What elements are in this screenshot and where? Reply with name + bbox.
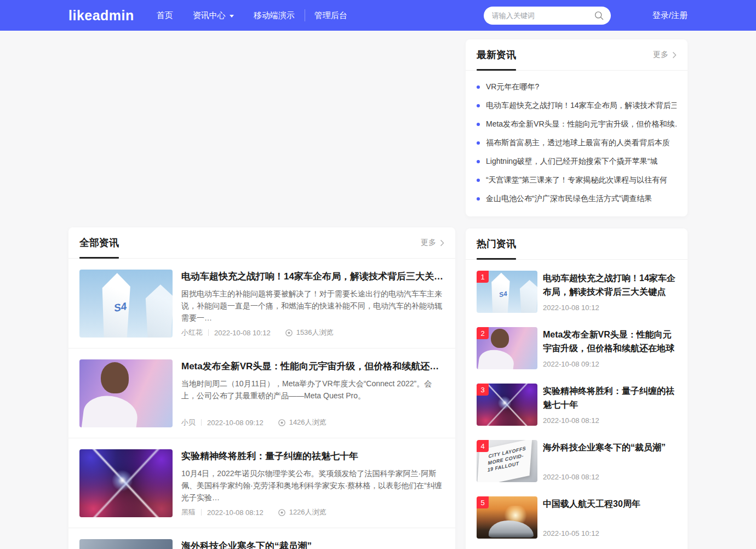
rank-badge: 3: [477, 384, 489, 396]
news-thumbnail[interactable]: 4 CITY LAYOFFS More COVID-19 fallout: [477, 440, 537, 482]
nav-item[interactable]: 移动端演示: [254, 0, 295, 31]
thumbnail-decor: [517, 280, 537, 313]
thumbnail-decor: [141, 284, 173, 338]
latest-news-item[interactable]: “天宫课堂”第三课来了！专家揭秘此次课程与以往有何: [477, 171, 677, 190]
latest-news-item[interactable]: Meta发布全新VR头显：性能向元宇宙升级，但价格和续…还: [477, 115, 677, 134]
search-icon[interactable]: [594, 11, 604, 20]
news-author: 黑猫: [181, 507, 196, 517]
chevron-right-icon: [440, 239, 444, 247]
bullet-dot-icon: [477, 160, 480, 163]
hot-news-title: 热门资讯: [477, 228, 516, 259]
news-views: 1536人浏览: [285, 328, 334, 338]
news-body: 中国载人航天工程30周年 2022-10-05 10:12: [543, 496, 677, 539]
thumbnail-decor: [81, 393, 139, 427]
news-title: Meta发布全新VR头显：性能向元宇宙升级，但价格和续航还在地球: [543, 328, 677, 355]
news-date: 2022-10-08 08:12: [543, 416, 677, 425]
news-thumbnail[interactable]: [79, 539, 173, 549]
latest-news-item[interactable]: Lightning破壁，人们已经开始搜索下个撬开苹果“城: [477, 152, 677, 171]
hot-news-list: 1 S4 电动车超快充之战打响！14家车企布局，解读技术背后三大关键点 2022…: [466, 260, 688, 549]
news-meta: 黑猫 2022-10-08 08:12 1226人浏览: [181, 507, 444, 517]
latest-news-header: 最新资讯 更多: [466, 39, 688, 71]
nav-item[interactable]: 首页: [157, 0, 173, 31]
news-thumbnail[interactable]: 1 S4: [477, 271, 537, 313]
news-title: 海外科技企业寒冬下的“裁员潮”: [543, 441, 677, 454]
news-date: 2022-10-08 08:12: [207, 508, 264, 517]
latest-news-text: Meta发布全新VR头显：性能向元宇宙升级，但价格和续…还: [486, 119, 677, 129]
thumbnail-caption: S4: [499, 290, 508, 299]
nav-item[interactable]: 资讯中心: [193, 0, 234, 31]
login-register-link[interactable]: 登录/注册: [652, 10, 688, 21]
news-thumbnail[interactable]: S4: [79, 270, 173, 338]
latest-news-card: 最新资讯 更多 VR元年在哪年? 电动车超快充之战打响！14家车企布局，解读技术…: [466, 39, 688, 216]
news-description: 当地时间周二（10月11日），Meta举办了VR年度大会“Connect 202…: [181, 378, 444, 414]
news-title: Meta发布全新VR头显：性能向元宇宙升级，但价格和续航还在地球: [181, 359, 444, 374]
thumbnail-caption: S4: [113, 300, 128, 314]
page-content: 全部资讯 更多 S4 电动车超快充之战打响！14家车企布局，: [68, 31, 688, 549]
nav-item-label: 移动端演示: [254, 10, 295, 21]
latest-news-more-link[interactable]: 更多: [653, 50, 677, 60]
views-count: 1226人浏览: [289, 507, 327, 517]
news-date: 2022-10-08 09:12: [543, 360, 677, 368]
nav-item[interactable]: 管理后台: [314, 0, 347, 31]
logo[interactable]: likeadmin: [68, 8, 134, 24]
latest-news-title: 最新资讯: [477, 39, 516, 70]
news-thumbnail[interactable]: [79, 449, 173, 517]
thumbnail-decor: [101, 362, 129, 393]
search-box: [484, 7, 611, 25]
hot-news-item[interactable]: 3 实验精神终将胜利：量子纠缠的祛魅七十年 2022-10-08 08:12: [477, 384, 677, 426]
latest-news-item[interactable]: 福布斯首富易主，透过地球上最富有的人类看背后本质: [477, 134, 677, 152]
news-body: 电动车超快充之战打响！14家车企布局，解读技术背后三大关键点 困扰电动车主的补能…: [181, 270, 444, 338]
news-meta: 小红花 2022-10-08 10:12 1536人浏览: [181, 328, 444, 338]
news-list-item[interactable]: Meta发布全新VR头显：性能向元宇宙升级，但价格和续航还在地球 当地时间周二（…: [68, 348, 455, 438]
news-title: 电动车超快充之战打响！14家车企布局，解读技术背后三大关键点: [543, 271, 677, 299]
news-title: 实验精神终将胜利：量子纠缠的祛魅七十年: [543, 384, 677, 411]
all-news-more-link[interactable]: 更多: [421, 238, 444, 248]
news-body: 实验精神终将胜利：量子纠缠的祛魅七十年 10月4日，2022年诺贝尔物理学奖公布…: [181, 449, 444, 517]
news-thumbnail[interactable]: 3: [477, 384, 537, 426]
news-body: Meta发布全新VR头显：性能向元宇宙升级，但价格和续航还在地球 当地时间周二（…: [181, 359, 444, 427]
news-body: 海外科技企业寒冬下的“裁员潮”: [181, 539, 444, 549]
rank-badge: 5: [477, 496, 489, 508]
hot-news-item[interactable]: 2 Meta发布全新VR头显：性能向元宇宙升级，但价格和续航还在地球 2022-…: [477, 327, 677, 369]
news-date: 2022-10-05 10:12: [543, 529, 677, 537]
latest-news-item[interactable]: VR元年在哪年?: [477, 78, 677, 96]
nav-item-label: 首页: [157, 10, 173, 21]
thumbnail-decor: [491, 329, 509, 348]
news-thumbnail[interactable]: 2: [477, 327, 537, 369]
hot-news-card: 热门资讯 1 S4 电动车超快充之战打响！14家车企布局，解读技术背后三大关键点: [466, 228, 688, 549]
news-thumbnail[interactable]: [79, 359, 173, 427]
meta-divider: [201, 509, 202, 516]
bullet-dot-icon: [477, 197, 480, 201]
hot-news-item[interactable]: 4 CITY LAYOFFS More COVID-19 fallout 海外科…: [477, 440, 677, 482]
news-title: 电动车超快充之战打响！14家车企布局，解读技术背后三大关键点: [181, 270, 444, 284]
all-news-header: 全部资讯 更多: [68, 227, 455, 259]
news-title: 海外科技企业寒冬下的“裁员潮”: [181, 539, 444, 549]
hot-news-item[interactable]: 5 中国载人航天工程30周年 2022-10-05 10:12: [477, 496, 677, 539]
news-list-item[interactable]: 实验精神终将胜利：量子纠缠的祛魅七十年 10月4日，2022年诺贝尔物理学奖公布…: [68, 438, 455, 528]
news-date: 2022-10-08 08:12: [543, 473, 677, 481]
news-views: 1226人浏览: [278, 507, 327, 517]
latest-news-list: VR元年在哪年? 电动车超快充之战打响！14家车企布局，解读技术背后三… Met…: [466, 71, 688, 216]
search-input[interactable]: [484, 7, 611, 25]
latest-news-item[interactable]: 金山电池公布“沪广深市民绿色生活方式”调查结果: [477, 190, 677, 208]
news-list-item[interactable]: S4 电动车超快充之战打响！14家车企布局，解读技术背后三大关键点 困扰电动车主…: [68, 259, 455, 348]
news-list-item[interactable]: 海外科技企业寒冬下的“裁员潮”: [68, 528, 455, 549]
eye-icon: [278, 508, 286, 517]
news-meta: 小贝 2022-10-08 09:12 1426人浏览: [181, 418, 444, 427]
news-date: 2022-10-08 10:12: [214, 329, 271, 337]
nav-item-label: 资讯中心: [193, 10, 226, 21]
rank-badge: 4: [477, 440, 489, 452]
eye-icon: [285, 329, 293, 337]
news-thumbnail[interactable]: 5: [477, 496, 537, 539]
latest-news-item[interactable]: 电动车超快充之战打响！14家车企布局，解读技术背后三…: [477, 96, 677, 115]
hot-news-item[interactable]: 1 S4 电动车超快充之战打响！14家车企布局，解读技术背后三大关键点 2022…: [477, 271, 677, 313]
news-body: 实验精神终将胜利：量子纠缠的祛魅七十年 2022-10-08 08:12: [543, 384, 677, 426]
views-count: 1426人浏览: [289, 418, 327, 427]
news-body: 海外科技企业寒冬下的“裁员潮” 2022-10-08 08:12: [543, 440, 677, 482]
chevron-right-icon: [672, 52, 677, 59]
news-title: 实验精神终将胜利：量子纠缠的祛魅七十年: [181, 449, 444, 464]
news-description: 10月4日，2022年诺贝尔物理学奖公布。奖项颁发给了法国科学家阿兰·阿斯佩、美…: [181, 467, 444, 504]
latest-news-text: VR元年在哪年?: [486, 82, 539, 92]
eye-icon: [278, 419, 286, 427]
bullet-dot-icon: [477, 141, 480, 145]
